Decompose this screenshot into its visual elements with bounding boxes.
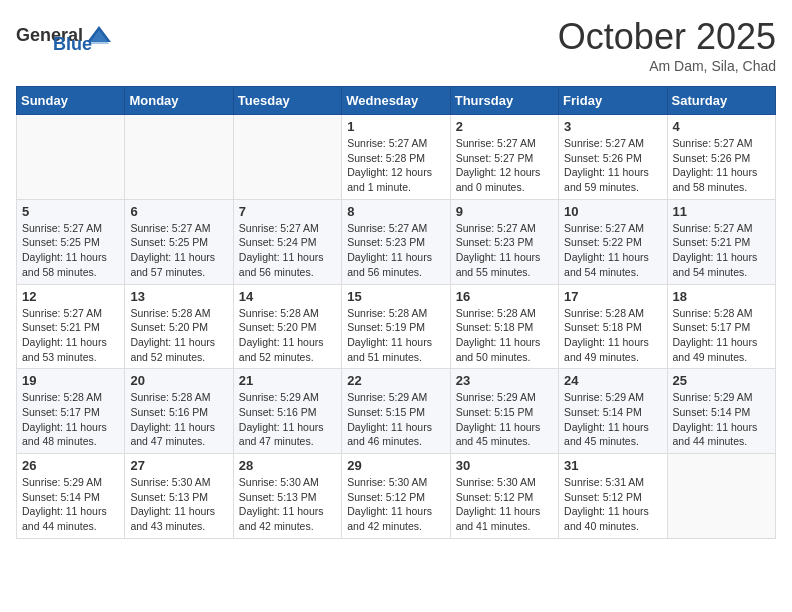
calendar-header-row: SundayMondayTuesdayWednesdayThursdayFrid… bbox=[17, 87, 776, 115]
cell-day-number: 20 bbox=[130, 373, 227, 388]
cell-info: Sunrise: 5:27 AM Sunset: 5:27 PM Dayligh… bbox=[456, 136, 553, 195]
calendar-cell: 15Sunrise: 5:28 AM Sunset: 5:19 PM Dayli… bbox=[342, 284, 450, 369]
calendar-cell: 29Sunrise: 5:30 AM Sunset: 5:12 PM Dayli… bbox=[342, 454, 450, 539]
cell-day-number: 23 bbox=[456, 373, 553, 388]
cell-day-number: 13 bbox=[130, 289, 227, 304]
cell-info: Sunrise: 5:27 AM Sunset: 5:23 PM Dayligh… bbox=[347, 221, 444, 280]
month-title: October 2025 bbox=[558, 16, 776, 58]
weekday-header: Thursday bbox=[450, 87, 558, 115]
cell-day-number: 2 bbox=[456, 119, 553, 134]
cell-day-number: 27 bbox=[130, 458, 227, 473]
cell-day-number: 7 bbox=[239, 204, 336, 219]
weekday-header: Friday bbox=[559, 87, 667, 115]
calendar-cell: 23Sunrise: 5:29 AM Sunset: 5:15 PM Dayli… bbox=[450, 369, 558, 454]
cell-day-number: 28 bbox=[239, 458, 336, 473]
cell-day-number: 3 bbox=[564, 119, 661, 134]
calendar-week-row: 1Sunrise: 5:27 AM Sunset: 5:28 PM Daylig… bbox=[17, 115, 776, 200]
calendar-week-row: 5Sunrise: 5:27 AM Sunset: 5:25 PM Daylig… bbox=[17, 199, 776, 284]
cell-info: Sunrise: 5:27 AM Sunset: 5:26 PM Dayligh… bbox=[564, 136, 661, 195]
calendar-cell bbox=[667, 454, 775, 539]
calendar-cell: 2Sunrise: 5:27 AM Sunset: 5:27 PM Daylig… bbox=[450, 115, 558, 200]
calendar-cell: 8Sunrise: 5:27 AM Sunset: 5:23 PM Daylig… bbox=[342, 199, 450, 284]
calendar-cell: 22Sunrise: 5:29 AM Sunset: 5:15 PM Dayli… bbox=[342, 369, 450, 454]
weekday-header: Sunday bbox=[17, 87, 125, 115]
cell-info: Sunrise: 5:28 AM Sunset: 5:17 PM Dayligh… bbox=[22, 390, 119, 449]
cell-info: Sunrise: 5:29 AM Sunset: 5:15 PM Dayligh… bbox=[456, 390, 553, 449]
cell-info: Sunrise: 5:28 AM Sunset: 5:18 PM Dayligh… bbox=[564, 306, 661, 365]
calendar-cell: 24Sunrise: 5:29 AM Sunset: 5:14 PM Dayli… bbox=[559, 369, 667, 454]
calendar-cell: 16Sunrise: 5:28 AM Sunset: 5:18 PM Dayli… bbox=[450, 284, 558, 369]
cell-info: Sunrise: 5:27 AM Sunset: 5:21 PM Dayligh… bbox=[22, 306, 119, 365]
cell-info: Sunrise: 5:28 AM Sunset: 5:16 PM Dayligh… bbox=[130, 390, 227, 449]
cell-info: Sunrise: 5:29 AM Sunset: 5:14 PM Dayligh… bbox=[673, 390, 770, 449]
cell-info: Sunrise: 5:28 AM Sunset: 5:20 PM Dayligh… bbox=[239, 306, 336, 365]
calendar-cell: 31Sunrise: 5:31 AM Sunset: 5:12 PM Dayli… bbox=[559, 454, 667, 539]
weekday-header: Tuesday bbox=[233, 87, 341, 115]
cell-day-number: 10 bbox=[564, 204, 661, 219]
calendar-cell bbox=[17, 115, 125, 200]
cell-day-number: 1 bbox=[347, 119, 444, 134]
calendar-cell bbox=[233, 115, 341, 200]
cell-day-number: 9 bbox=[456, 204, 553, 219]
calendar-cell: 6Sunrise: 5:27 AM Sunset: 5:25 PM Daylig… bbox=[125, 199, 233, 284]
cell-info: Sunrise: 5:27 AM Sunset: 5:28 PM Dayligh… bbox=[347, 136, 444, 195]
calendar-week-row: 12Sunrise: 5:27 AM Sunset: 5:21 PM Dayli… bbox=[17, 284, 776, 369]
title-block: October 2025 Am Dam, Sila, Chad bbox=[558, 16, 776, 74]
cell-day-number: 6 bbox=[130, 204, 227, 219]
cell-day-number: 19 bbox=[22, 373, 119, 388]
cell-info: Sunrise: 5:30 AM Sunset: 5:13 PM Dayligh… bbox=[130, 475, 227, 534]
cell-day-number: 4 bbox=[673, 119, 770, 134]
calendar-week-row: 19Sunrise: 5:28 AM Sunset: 5:17 PM Dayli… bbox=[17, 369, 776, 454]
cell-day-number: 5 bbox=[22, 204, 119, 219]
cell-day-number: 21 bbox=[239, 373, 336, 388]
cell-info: Sunrise: 5:27 AM Sunset: 5:24 PM Dayligh… bbox=[239, 221, 336, 280]
cell-info: Sunrise: 5:28 AM Sunset: 5:20 PM Dayligh… bbox=[130, 306, 227, 365]
logo: General Blue bbox=[16, 16, 92, 55]
calendar-cell: 12Sunrise: 5:27 AM Sunset: 5:21 PM Dayli… bbox=[17, 284, 125, 369]
calendar-cell: 28Sunrise: 5:30 AM Sunset: 5:13 PM Dayli… bbox=[233, 454, 341, 539]
cell-day-number: 26 bbox=[22, 458, 119, 473]
calendar-cell: 30Sunrise: 5:30 AM Sunset: 5:12 PM Dayli… bbox=[450, 454, 558, 539]
cell-day-number: 17 bbox=[564, 289, 661, 304]
calendar-table: SundayMondayTuesdayWednesdayThursdayFrid… bbox=[16, 86, 776, 539]
cell-info: Sunrise: 5:27 AM Sunset: 5:23 PM Dayligh… bbox=[456, 221, 553, 280]
calendar-cell: 7Sunrise: 5:27 AM Sunset: 5:24 PM Daylig… bbox=[233, 199, 341, 284]
cell-info: Sunrise: 5:29 AM Sunset: 5:14 PM Dayligh… bbox=[22, 475, 119, 534]
cell-info: Sunrise: 5:27 AM Sunset: 5:25 PM Dayligh… bbox=[22, 221, 119, 280]
calendar-cell: 3Sunrise: 5:27 AM Sunset: 5:26 PM Daylig… bbox=[559, 115, 667, 200]
calendar-cell bbox=[125, 115, 233, 200]
cell-info: Sunrise: 5:27 AM Sunset: 5:26 PM Dayligh… bbox=[673, 136, 770, 195]
calendar-cell: 19Sunrise: 5:28 AM Sunset: 5:17 PM Dayli… bbox=[17, 369, 125, 454]
calendar-cell: 26Sunrise: 5:29 AM Sunset: 5:14 PM Dayli… bbox=[17, 454, 125, 539]
cell-day-number: 30 bbox=[456, 458, 553, 473]
cell-day-number: 18 bbox=[673, 289, 770, 304]
weekday-header: Saturday bbox=[667, 87, 775, 115]
cell-day-number: 14 bbox=[239, 289, 336, 304]
calendar-cell: 1Sunrise: 5:27 AM Sunset: 5:28 PM Daylig… bbox=[342, 115, 450, 200]
weekday-header: Monday bbox=[125, 87, 233, 115]
cell-info: Sunrise: 5:29 AM Sunset: 5:15 PM Dayligh… bbox=[347, 390, 444, 449]
cell-day-number: 29 bbox=[347, 458, 444, 473]
cell-day-number: 12 bbox=[22, 289, 119, 304]
calendar-cell: 9Sunrise: 5:27 AM Sunset: 5:23 PM Daylig… bbox=[450, 199, 558, 284]
calendar-cell: 18Sunrise: 5:28 AM Sunset: 5:17 PM Dayli… bbox=[667, 284, 775, 369]
cell-day-number: 16 bbox=[456, 289, 553, 304]
cell-info: Sunrise: 5:28 AM Sunset: 5:18 PM Dayligh… bbox=[456, 306, 553, 365]
calendar-cell: 4Sunrise: 5:27 AM Sunset: 5:26 PM Daylig… bbox=[667, 115, 775, 200]
cell-day-number: 22 bbox=[347, 373, 444, 388]
cell-info: Sunrise: 5:30 AM Sunset: 5:12 PM Dayligh… bbox=[456, 475, 553, 534]
calendar-cell: 13Sunrise: 5:28 AM Sunset: 5:20 PM Dayli… bbox=[125, 284, 233, 369]
weekday-header: Wednesday bbox=[342, 87, 450, 115]
cell-info: Sunrise: 5:27 AM Sunset: 5:25 PM Dayligh… bbox=[130, 221, 227, 280]
cell-day-number: 31 bbox=[564, 458, 661, 473]
cell-day-number: 15 bbox=[347, 289, 444, 304]
cell-day-number: 24 bbox=[564, 373, 661, 388]
calendar-cell: 25Sunrise: 5:29 AM Sunset: 5:14 PM Dayli… bbox=[667, 369, 775, 454]
cell-info: Sunrise: 5:28 AM Sunset: 5:17 PM Dayligh… bbox=[673, 306, 770, 365]
cell-info: Sunrise: 5:31 AM Sunset: 5:12 PM Dayligh… bbox=[564, 475, 661, 534]
calendar-week-row: 26Sunrise: 5:29 AM Sunset: 5:14 PM Dayli… bbox=[17, 454, 776, 539]
location: Am Dam, Sila, Chad bbox=[558, 58, 776, 74]
calendar-cell: 21Sunrise: 5:29 AM Sunset: 5:16 PM Dayli… bbox=[233, 369, 341, 454]
cell-info: Sunrise: 5:28 AM Sunset: 5:19 PM Dayligh… bbox=[347, 306, 444, 365]
page-header: General Blue October 2025 Am Dam, Sila, … bbox=[16, 16, 776, 74]
